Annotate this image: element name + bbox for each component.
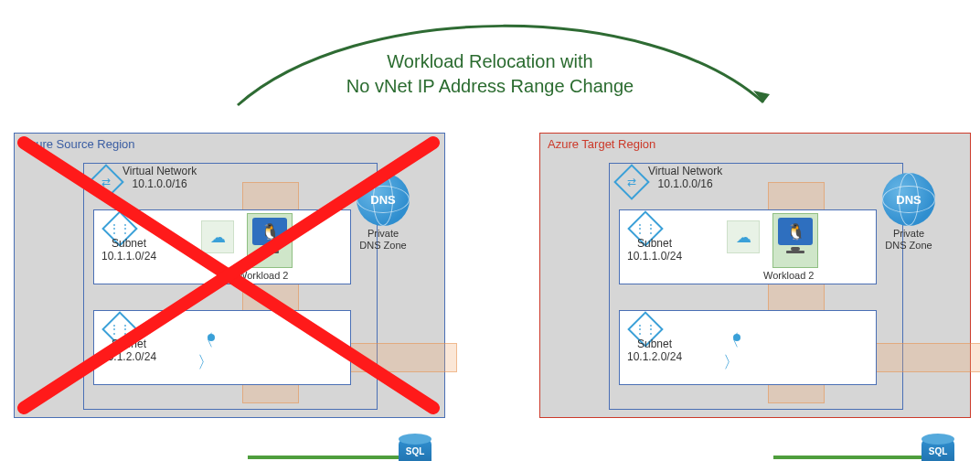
source-dns-zone: DNS PrivateDNS Zone <box>357 173 410 251</box>
workload2-label: Workload 2 <box>238 270 288 281</box>
target-region-title: Azure Target Region <box>548 137 655 151</box>
title-line-2: No vNet IP Address Range Change <box>274 74 706 99</box>
subnet-icon: ⋮⋮ <box>633 316 655 338</box>
target-region: Azure Target Region ⇄ Virtual Network 10… <box>539 133 971 418</box>
source-region: Azure Source Region ⇄ Virtual Network 10… <box>14 133 445 418</box>
svg-marker-0 <box>753 91 770 102</box>
subnet-icon: ⋮⋮ <box>633 216 655 238</box>
target-dns-zone: DNS PrivateDNS Zone <box>882 173 935 251</box>
source-vnet-label: Virtual Network 10.1.0.0/16 <box>122 166 197 191</box>
dns-icon: DNS <box>882 173 935 226</box>
sql-icon: SQL ⚙ <box>399 439 433 461</box>
subnet-icon: ⋮⋮ <box>107 316 129 338</box>
vm-icon: 🐧 <box>247 213 293 268</box>
subnet-icon: ⋮⋮ <box>107 216 129 238</box>
vnet-icon: ⇄ <box>619 169 641 191</box>
target-vnet-label: Virtual Network 10.1.0.0/16 <box>648 166 722 191</box>
vm-icon: 🐧 <box>772 213 818 268</box>
vnet-icon: ⇄ <box>93 169 115 191</box>
title-line-1: Workload Relocation with <box>274 49 706 74</box>
load-balancer-icon: ☁ <box>727 220 760 253</box>
linux-icon: 🐧 <box>778 218 813 245</box>
workload2-label: Workload 2 <box>763 270 814 281</box>
private-endpoint-icon: 〈 〉 <box>723 338 751 365</box>
sql-icon: SQL ⚙ <box>921 439 956 461</box>
target-vnet: ⇄ Virtual Network 10.1.0.0/16 DNS Privat… <box>609 163 903 410</box>
source-region-title: Azure Source Region <box>22 137 135 151</box>
source-vnet: ⇄ Virtual Network 10.1.0.0/16 DNS Privat… <box>83 163 378 410</box>
diagram-canvas: Workload Relocation with No vNet IP Addr… <box>0 0 980 461</box>
private-endpoint-icon: 〈 〉 <box>197 338 225 365</box>
linux-icon: 🐧 <box>252 218 287 245</box>
load-balancer-icon: ☁ <box>201 220 234 253</box>
dns-icon: DNS <box>357 173 410 226</box>
diagram-title: Workload Relocation with No vNet IP Addr… <box>274 49 706 99</box>
